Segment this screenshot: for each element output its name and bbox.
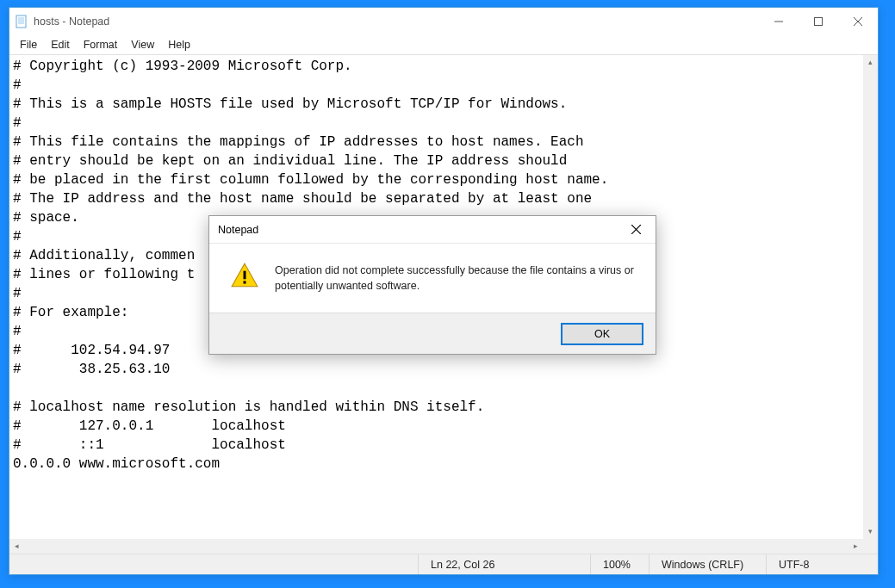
svg-rect-6 [815,18,823,26]
svg-rect-13 [244,281,246,283]
menu-file[interactable]: File [13,37,44,53]
scrollbar-corner [863,539,878,554]
menu-help[interactable]: Help [161,37,197,53]
dialog-title: Notepad [218,224,258,236]
statusbar: Ln 22, Col 26 100% Windows (CRLF) UTF-8 [9,554,878,574]
horizontal-scrollbar[interactable]: ◂ ▸ [9,539,863,554]
ok-button[interactable]: OK [561,323,643,345]
warning-icon [230,261,259,293]
status-line-ending: Windows (CRLF) [649,554,766,574]
dialog-titlebar[interactable]: Notepad [209,216,656,244]
dialog-message: Operation did not complete successfully … [275,263,635,294]
menu-edit[interactable]: Edit [44,37,77,53]
menubar: File Edit Format View Help [9,35,878,54]
status-spacer [9,554,418,574]
scroll-right-icon[interactable]: ▸ [848,539,863,554]
close-button[interactable] [838,8,878,35]
maximize-button[interactable] [799,8,838,35]
status-zoom: 100% [590,554,649,574]
menu-view[interactable]: View [124,37,161,53]
vertical-scrollbar[interactable]: ▴ ▾ [863,55,878,539]
menu-format[interactable]: Format [77,37,125,53]
scroll-up-icon[interactable]: ▴ [863,55,878,70]
dialog-body: Operation did not complete successfully … [209,244,656,313]
svg-rect-12 [244,271,246,280]
notepad-icon [15,15,28,28]
scroll-down-icon[interactable]: ▾ [863,524,878,539]
status-encoding: UTF-8 [766,554,878,574]
titlebar[interactable]: hosts - Notepad [9,8,878,35]
status-position: Ln 22, Col 26 [418,554,590,574]
scroll-left-icon[interactable]: ◂ [9,539,24,554]
error-dialog: Notepad Operation did not complete succe… [208,215,656,355]
minimize-button[interactable] [759,8,799,35]
dialog-close-button[interactable] [616,217,656,243]
window-title: hosts - Notepad [34,15,109,28]
dialog-footer: OK [209,313,656,354]
